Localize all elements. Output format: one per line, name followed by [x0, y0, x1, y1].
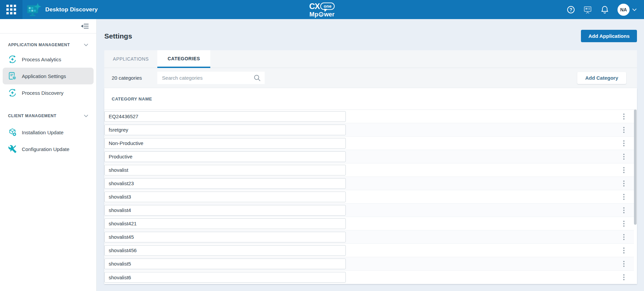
tabs: APPLICATIONS CATEGORIES [104, 50, 637, 68]
app-title: Desktop Discovery [45, 6, 98, 13]
add-applications-button[interactable]: Add Applications [581, 30, 637, 42]
sidebar-item-label: Process Discovery [22, 90, 63, 96]
row-menu-button[interactable] [620, 219, 628, 228]
installation-update-icon [8, 128, 17, 137]
row-menu-button[interactable] [620, 152, 628, 161]
category-name-input[interactable] [104, 178, 346, 189]
category-name-input[interactable] [104, 245, 346, 256]
category-row [104, 137, 634, 150]
kebab-icon [623, 274, 625, 276]
category-name-input[interactable] [104, 111, 346, 122]
main-content: Settings Add Applications APPLICATIONS C… [97, 19, 644, 291]
category-name-input[interactable] [104, 125, 346, 135]
row-menu-button[interactable] [620, 260, 628, 268]
category-rows [104, 110, 637, 284]
category-row [104, 163, 634, 177]
section-client-management: CLIENT MANAGEMENT Installation [0, 101, 96, 157]
scrollbar-thumb[interactable] [634, 110, 637, 225]
presentation-button[interactable] [583, 5, 592, 14]
configuration-update-icon [8, 145, 17, 153]
kebab-icon [623, 234, 625, 235]
row-menu-button[interactable] [620, 126, 628, 134]
app-brand: Desktop Discovery [26, 3, 98, 17]
kebab-icon [623, 127, 625, 128]
row-menu-button[interactable] [620, 166, 628, 174]
category-name-input[interactable] [104, 232, 346, 242]
sidebar-item-application-settings[interactable]: Application Settings [3, 68, 94, 84]
logo-cx-text: CX [309, 2, 320, 10]
cxone-mpower-logo: CX one Mp wer [309, 2, 335, 17]
app-launcher-button[interactable] [0, 0, 22, 19]
search-categories-input[interactable] [157, 72, 265, 84]
section-application-management: APPLICATION MANAGEMENT Process Analytics [0, 33, 96, 101]
category-name-input[interactable] [104, 259, 346, 269]
bell-icon [601, 5, 609, 14]
section-label: APPLICATION MANAGEMENT [8, 43, 70, 47]
category-name-input[interactable] [104, 192, 346, 202]
sidebar-item-label: Application Settings [22, 73, 66, 79]
category-name-input[interactable] [104, 218, 346, 229]
logo-one-bubble: one [320, 2, 335, 10]
sidebar-item-process-analytics[interactable]: Process Analytics [0, 51, 96, 68]
row-menu-button[interactable] [620, 139, 628, 148]
row-menu-button[interactable] [620, 206, 628, 215]
presentation-board-icon [583, 5, 592, 14]
help-button[interactable]: ? [567, 6, 575, 13]
search-box [157, 72, 265, 84]
category-row [104, 204, 634, 217]
sidebar-item-label: Configuration Update [22, 146, 69, 152]
category-row [104, 230, 634, 244]
section-header-application-management[interactable]: APPLICATION MANAGEMENT [0, 39, 96, 51]
kebab-icon [623, 261, 625, 262]
sidebar: APPLICATION MANAGEMENT Process Analytics [0, 19, 97, 291]
category-name-input[interactable] [104, 138, 346, 149]
kebab-icon [623, 247, 625, 249]
collapse-sidebar-icon[interactable] [81, 23, 89, 29]
category-count: 20 categories [112, 75, 142, 81]
tab-categories[interactable]: CATEGORIES [157, 50, 210, 68]
tab-applications[interactable]: APPLICATIONS [104, 50, 157, 68]
sidebar-item-configuration-update[interactable]: Configuration Update [0, 141, 96, 157]
section-header-client-management[interactable]: CLIENT MANAGEMENT [0, 110, 96, 122]
chevron-down-icon [632, 8, 637, 11]
avatar: NA [618, 4, 630, 16]
sidebar-item-process-discovery[interactable]: Process Discovery [0, 84, 96, 101]
app-grid-icon [6, 5, 16, 14]
category-row [104, 257, 634, 271]
desktop-discovery-logo-icon [26, 3, 41, 17]
kebab-icon [623, 114, 625, 115]
help-icon: ? [567, 6, 575, 13]
category-name-input[interactable] [104, 272, 346, 283]
section-label: CLIENT MANAGEMENT [8, 114, 56, 118]
kebab-icon [623, 221, 625, 222]
add-category-button[interactable]: Add Category [577, 72, 626, 84]
category-row [104, 177, 634, 190]
scrollbar-track[interactable] [634, 110, 637, 284]
categories-table: CATEGORY NAME [104, 88, 637, 284]
category-name-input[interactable] [104, 151, 346, 162]
logo-mpower-post: wer [324, 11, 335, 17]
kebab-icon [623, 194, 625, 195]
row-menu-button[interactable] [620, 246, 628, 255]
category-name-input[interactable] [104, 205, 346, 216]
category-name-input[interactable] [104, 165, 346, 175]
process-discovery-icon [8, 88, 17, 97]
row-menu-button[interactable] [620, 193, 628, 201]
kebab-icon [623, 180, 625, 182]
search-icon[interactable] [254, 74, 261, 81]
table-header: CATEGORY NAME [104, 88, 637, 110]
category-row [104, 150, 634, 163]
user-menu[interactable]: NA [618, 4, 637, 16]
sidebar-item-label: Installation Update [22, 130, 63, 135]
category-row [104, 190, 634, 204]
category-row [104, 244, 634, 257]
application-settings-icon [8, 72, 17, 80]
category-row [104, 271, 634, 284]
row-menu-button[interactable] [620, 233, 628, 241]
filter-bar: 20 categories Add Category [104, 68, 637, 88]
row-menu-button[interactable] [620, 179, 628, 188]
notifications-button[interactable] [601, 5, 609, 14]
sidebar-item-installation-update[interactable]: Installation Update [0, 124, 96, 141]
row-menu-button[interactable] [620, 112, 628, 121]
row-menu-button[interactable] [620, 273, 628, 282]
